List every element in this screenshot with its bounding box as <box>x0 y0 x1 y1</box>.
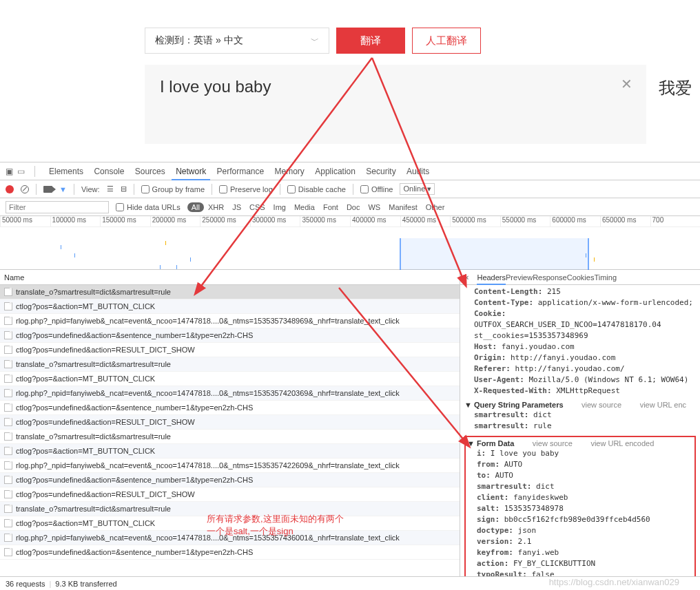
header-row: Content-Type: application/x-www-form-url… <box>464 297 696 308</box>
throttling-select[interactable]: Online ▾ <box>400 183 435 195</box>
filter-icon[interactable]: ▼ <box>59 185 67 193</box>
filter-type-all[interactable]: All <box>187 202 204 212</box>
request-row[interactable]: ctlog?pos=undefined&action=&sentence_num… <box>0 473 460 487</box>
filter-type-font[interactable]: Font <box>319 202 342 212</box>
filter-type-manifest[interactable]: Manifest <box>384 202 422 212</box>
filter-type-img[interactable]: Img <box>269 202 290 212</box>
formdata-row: from: AUTO <box>467 459 693 470</box>
formdata-row: keyfrom: fanyi.web <box>467 547 693 558</box>
tab-elements[interactable]: Elements <box>45 164 88 179</box>
devtools-panel: ▣ ▭ Elements Console Sources Network Per… <box>0 162 700 590</box>
tab-audits[interactable]: Audits <box>402 164 433 179</box>
tab-application[interactable]: Application <box>311 164 360 179</box>
formdata-row: doctype: json <box>467 525 693 536</box>
view-source-link[interactable]: view source <box>533 439 573 447</box>
file-icon <box>4 331 12 339</box>
screenshot-icon[interactable] <box>43 186 52 193</box>
close-detail-icon[interactable]: × <box>464 273 469 282</box>
group-by-frame-checkbox[interactable]: Group by frame <box>141 185 205 193</box>
filter-input[interactable] <box>6 201 109 213</box>
request-row[interactable]: rlog.php?_npid=fanyiweb&_ncat=event&_nco… <box>0 314 460 328</box>
file-icon <box>4 288 12 296</box>
request-row[interactable]: ctlog?pos=undefined&action=&sentence_num… <box>0 545 460 560</box>
source-text-input[interactable]: I love you baby ✕ <box>145 65 646 144</box>
request-row[interactable]: ctlog?pos=undefined&action=&sentence_num… <box>0 401 460 415</box>
tab-performance[interactable]: Performance <box>212 164 268 179</box>
language-bar: 检测到：英语 » 中文 ﹀ 翻译 人工翻译 <box>145 28 700 54</box>
file-icon <box>4 505 12 513</box>
record-icon[interactable] <box>6 185 14 193</box>
file-icon <box>4 548 12 556</box>
file-icon <box>4 360 12 368</box>
file-icon <box>4 447 12 455</box>
qsp-title[interactable]: ▼ Query String Parameters <box>464 401 564 409</box>
request-row[interactable]: translate_o?smartresult=dict&smartresult… <box>0 357 460 372</box>
request-row[interactable]: ctlog?pos=undefined&action=&sentence_num… <box>0 328 460 343</box>
preserve-log-checkbox[interactable]: Preserve log <box>219 185 273 193</box>
network-timeline[interactable]: 50000 ms100000 ms150000 ms200000 ms25000… <box>0 216 700 270</box>
filter-type-js[interactable]: JS <box>228 202 245 212</box>
tab-security[interactable]: Security <box>362 164 400 179</box>
detail-tab-cookies[interactable]: Cookies <box>567 271 595 284</box>
request-row[interactable]: ctlog?pos=&action=MT_BUTTON_CLICK <box>0 299 460 314</box>
request-row[interactable]: rlog.php?_npid=fanyiweb&_ncat=event&_nco… <box>0 386 460 401</box>
header-row: X-Requested-With: XMLHttpRequest <box>464 386 696 397</box>
filter-type-css[interactable]: CSS <box>245 202 269 212</box>
tab-sources[interactable]: Sources <box>131 164 169 179</box>
device-icon[interactable]: ▭ <box>17 167 25 176</box>
large-rows-icon[interactable]: ☰ <box>107 185 114 193</box>
disable-cache-checkbox[interactable]: Disable cache <box>287 185 346 193</box>
filter-type-doc[interactable]: Doc <box>342 202 364 212</box>
filter-type-media[interactable]: Media <box>290 202 319 212</box>
clear-icon[interactable] <box>21 185 29 193</box>
hide-data-urls-checkbox[interactable]: Hide data URLs <box>116 203 181 211</box>
translator-section: 检测到：英语 » 中文 ﹀ 翻译 人工翻译 I love you baby ✕ … <box>0 0 700 144</box>
timeline-selection[interactable] <box>400 238 589 270</box>
tab-console[interactable]: Console <box>90 164 128 179</box>
request-row[interactable]: translate_o?smartresult=dict&smartresult… <box>0 430 460 444</box>
request-row[interactable]: rlog.php?_npid=fanyiweb&_ncat=event&_nco… <box>0 459 460 473</box>
waterfall-icon[interactable]: ⊟ <box>121 185 127 193</box>
detail-tab-preview[interactable]: Preview <box>506 271 533 284</box>
detail-tab-timing[interactable]: Timing <box>594 271 617 284</box>
header-row: Origin: http://fanyi.youdao.com <box>464 352 696 364</box>
filter-type-other[interactable]: Other <box>422 202 449 212</box>
header-row: Host: fanyi.youdao.com <box>464 341 696 352</box>
formdata-row: typoResult: false <box>467 569 693 576</box>
formdata-row: salt: 1535357348978 <box>467 503 693 514</box>
formdata-row: action: FY_BY_CLICKBUTTION <box>467 558 693 569</box>
filter-type-xhr[interactable]: XHR <box>204 202 228 212</box>
inspect-icon[interactable]: ▣ <box>6 167 13 176</box>
formdata-row: version: 2.1 <box>467 536 693 547</box>
detail-tab-headers[interactable]: Headers <box>477 271 506 285</box>
close-icon[interactable]: ✕ <box>621 76 632 92</box>
view-url-encoded-link[interactable]: view URL enc <box>640 401 686 409</box>
request-row[interactable]: rlog.php?_npid=fanyiweb&_ncat=event&_nco… <box>0 531 460 545</box>
tab-memory[interactable]: Memory <box>271 164 309 179</box>
offline-checkbox[interactable]: Offline <box>360 185 393 193</box>
formdata-title[interactable]: ▼ Form Data <box>467 439 514 447</box>
human-translate-button[interactable]: 人工翻译 <box>412 28 481 54</box>
name-column-header[interactable]: Name <box>0 270 460 285</box>
detail-tab-response[interactable]: Response <box>533 271 567 284</box>
request-row[interactable]: ctlog?pos=&action=MT_BUTTON_CLICK <box>0 516 460 531</box>
file-icon <box>4 302 12 310</box>
header-row: Referer: http://fanyi.youdao.com/ <box>464 364 696 375</box>
language-select[interactable]: 检测到：英语 » 中文 ﹀ <box>145 28 329 54</box>
request-row[interactable]: ctlog?pos=undefined&action=RESULT_DICT_S… <box>0 343 460 357</box>
request-row[interactable]: translate_o?smartresult=dict&smartresult… <box>0 285 460 299</box>
tab-network[interactable]: Network <box>172 164 210 180</box>
detail-tabs: × HeadersPreviewResponseCookiesTiming <box>460 270 700 285</box>
request-row[interactable]: ctlog?pos=undefined&action=RESULT_DICT_S… <box>0 415 460 430</box>
request-row[interactable]: translate_o?smartresult=dict&smartresult… <box>0 502 460 516</box>
request-row[interactable]: ctlog?pos=&action=MT_BUTTON_CLICK <box>0 372 460 386</box>
target-text: 我爱 <box>659 65 692 144</box>
filter-type-ws[interactable]: WS <box>364 202 384 212</box>
request-row[interactable]: ctlog?pos=undefined&action=RESULT_DICT_S… <box>0 487 460 502</box>
view-source-link[interactable]: view source <box>581 401 621 409</box>
language-text: 检测到：英语 » 中文 <box>155 34 243 47</box>
devtools-tabs: ▣ ▭ Elements Console Sources Network Per… <box>0 162 700 180</box>
request-row[interactable]: ctlog?pos=&action=MT_BUTTON_CLICK <box>0 444 460 459</box>
view-url-encoded-link[interactable]: view URL encoded <box>590 439 654 447</box>
translate-button[interactable]: 翻译 <box>336 28 405 54</box>
